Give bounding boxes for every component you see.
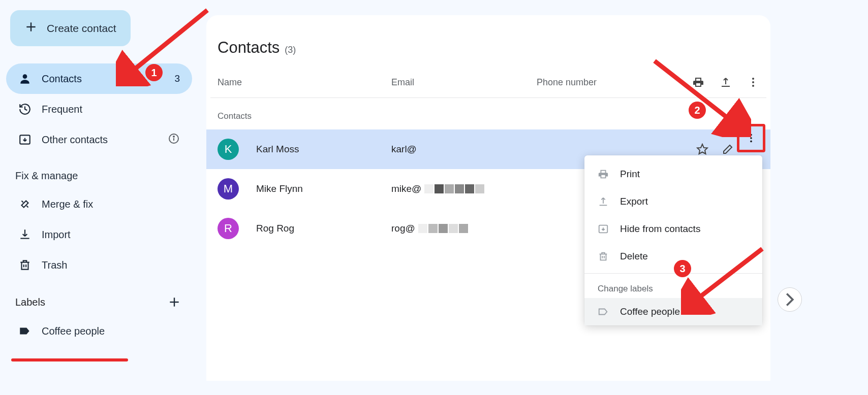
menu-item-label: Print: [620, 169, 640, 180]
side-panel-toggle[interactable]: [778, 287, 802, 312]
annotation-badge-2: 2: [689, 102, 706, 119]
page-title: Contacts (3): [206, 15, 770, 72]
redacted-icon: [424, 184, 484, 193]
menu-item-label: Coffee people: [620, 306, 680, 317]
sidebar-item-label: Import: [42, 229, 71, 241]
menu-item-export[interactable]: Export: [584, 188, 762, 215]
column-name: Name: [218, 77, 391, 88]
column-email: Email: [391, 77, 537, 88]
svg-point-6: [173, 136, 174, 137]
print-icon[interactable]: [692, 76, 704, 88]
svg-point-10: [752, 81, 754, 83]
sidebar-item-import[interactable]: Import: [6, 219, 192, 250]
create-contact-button[interactable]: Create contact: [10, 10, 131, 46]
svg-point-15: [750, 141, 752, 143]
avatar: K: [218, 139, 239, 160]
group-label: Contacts: [206, 98, 770, 129]
context-menu: Print Export Hide from contacts Delete C…: [584, 155, 762, 325]
svg-point-2: [23, 74, 27, 79]
menu-item-label-coffee-people[interactable]: Coffee people: [584, 298, 762, 325]
menu-item-label: Hide from contacts: [620, 223, 700, 235]
contact-email: rog@: [391, 223, 537, 234]
sidebar-item-label: Frequent: [42, 104, 82, 115]
avatar: R: [218, 218, 239, 239]
history-icon: [18, 103, 32, 116]
menu-item-delete[interactable]: Delete: [584, 243, 762, 270]
column-phone: Phone number: [537, 77, 692, 88]
menu-item-print[interactable]: Print: [584, 160, 762, 188]
annotation-underline: [11, 358, 128, 361]
page-title-text: Contacts: [218, 39, 280, 57]
archive-icon: [598, 223, 609, 235]
sidebar-item-label: Other contacts: [42, 134, 108, 146]
trash-icon: [598, 251, 609, 262]
sidebar-item-label: Contacts: [42, 73, 82, 85]
star-icon[interactable]: [696, 143, 708, 155]
header-actions: [692, 76, 759, 88]
add-label-button[interactable]: [168, 295, 181, 309]
sidebar-item-frequent[interactable]: Frequent: [6, 94, 192, 124]
sidebar-label-text: Coffee people: [42, 325, 105, 337]
annotation-badge-1: 1: [145, 64, 163, 81]
info-icon[interactable]: [168, 133, 180, 147]
redacted-icon: [418, 224, 468, 233]
export-icon: [598, 196, 609, 207]
svg-point-14: [750, 137, 752, 139]
archive-down-icon: [18, 133, 32, 146]
sidebar: Create contact Contacts 3 Frequent Other…: [0, 0, 198, 395]
menu-section-label: Change labels: [584, 277, 762, 298]
label-outline-icon: [598, 306, 609, 317]
sidebar-item-merge-fix[interactable]: Merge & fix: [6, 189, 192, 219]
sidebar-item-count: 3: [174, 73, 180, 84]
print-icon: [598, 169, 609, 180]
sidebar-item-label: Merge & fix: [42, 199, 93, 210]
download-icon: [18, 228, 32, 241]
more-icon[interactable]: [747, 76, 759, 88]
edit-icon[interactable]: [722, 143, 734, 155]
table-header: Name Email Phone number: [206, 72, 770, 92]
sidebar-label-coffee-people[interactable]: Coffee people: [6, 316, 192, 346]
avatar: M: [218, 178, 239, 200]
sidebar-item-other-contacts[interactable]: Other contacts: [6, 124, 192, 155]
svg-point-9: [752, 78, 754, 80]
contact-name: Mike Flynn: [256, 183, 391, 194]
svg-point-11: [752, 85, 754, 87]
tools-icon: [18, 198, 32, 211]
sidebar-item-trash[interactable]: Trash: [6, 250, 192, 280]
svg-point-13: [750, 134, 752, 136]
menu-item-label: Delete: [620, 251, 648, 262]
labels-header-text: Labels: [15, 297, 45, 308]
page-title-count: (3): [285, 45, 296, 55]
export-icon[interactable]: [720, 76, 732, 88]
create-contact-label: Create contact: [47, 22, 116, 35]
person-icon: [18, 72, 32, 85]
label-icon: [18, 324, 32, 338]
plus-icon: [24, 20, 38, 36]
menu-item-hide[interactable]: Hide from contacts: [584, 215, 762, 243]
contact-email: karl@: [391, 144, 537, 155]
sidebar-item-contacts[interactable]: Contacts 3: [6, 63, 192, 94]
annotation-badge-3: 3: [674, 260, 691, 277]
contact-name: Rog Rog: [256, 223, 391, 234]
sidebar-item-label: Trash: [42, 259, 67, 271]
contact-email: mike@: [391, 183, 537, 194]
contact-name: Karl Moss: [256, 144, 391, 155]
menu-divider: [584, 273, 762, 274]
labels-header: Labels: [6, 280, 192, 316]
menu-item-label: Export: [620, 196, 648, 207]
row-more-button[interactable]: [737, 124, 765, 152]
svg-marker-12: [697, 144, 707, 154]
fix-manage-header: Fix & manage: [6, 155, 192, 189]
trash-icon: [18, 258, 32, 272]
